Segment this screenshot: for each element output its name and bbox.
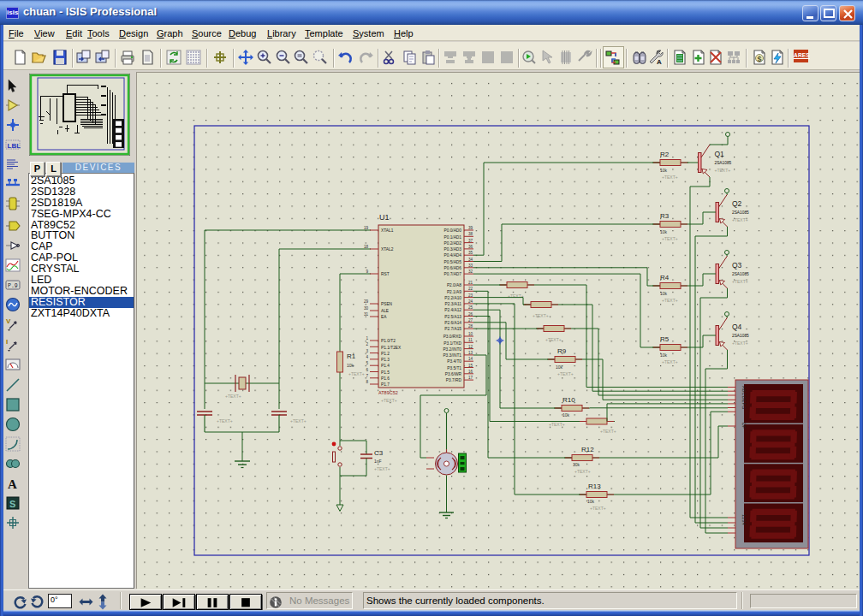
svg-text:+TEXT+: +TEXT+ bbox=[732, 279, 748, 284]
svg-text:P0.2/AD2: P0.2/AD2 bbox=[443, 241, 461, 246]
svg-text:+TEXT+: +TEXT+ bbox=[732, 217, 748, 222]
svg-text:P3.6/WR: P3.6/WR bbox=[445, 372, 462, 376]
svg-text:P1.0/T2: P1.0/T2 bbox=[381, 339, 396, 343]
svg-text:21: 21 bbox=[468, 281, 473, 285]
svg-text:14: 14 bbox=[468, 357, 473, 361]
svg-text:+TEXT+: +TEXT+ bbox=[533, 313, 549, 318]
svg-text:P3.3/INT1: P3.3/INT1 bbox=[443, 353, 461, 358]
svg-text:8: 8 bbox=[366, 380, 368, 384]
svg-text:R9: R9 bbox=[557, 347, 567, 355]
svg-text:+TEXT+: +TEXT+ bbox=[662, 298, 678, 303]
svg-text:26: 26 bbox=[468, 312, 473, 317]
svg-text:P2.7/A15: P2.7/A15 bbox=[444, 327, 461, 331]
svg-text:29: 29 bbox=[364, 299, 369, 304]
svg-text:P3.2/INT0: P3.2/INT0 bbox=[443, 347, 461, 352]
svg-text:1: 1 bbox=[366, 336, 368, 341]
svg-text:39: 39 bbox=[468, 226, 473, 230]
svg-text:37: 37 bbox=[468, 239, 473, 243]
svg-text:C3: C3 bbox=[374, 449, 384, 457]
svg-text:10k: 10k bbox=[660, 352, 668, 358]
svg-text:+TEXT+: +TEXT+ bbox=[381, 398, 397, 403]
svg-text:R13: R13 bbox=[588, 483, 601, 490]
svg-text:2SA1085: 2SA1085 bbox=[732, 272, 749, 276]
svg-text:22: 22 bbox=[468, 287, 473, 291]
svg-text:ABCDEFG: ABCDEFG bbox=[741, 386, 747, 410]
svg-text:R1: R1 bbox=[347, 352, 356, 360]
svg-text:P0.1/AD1: P0.1/AD1 bbox=[443, 235, 461, 240]
svg-text:10k: 10k bbox=[660, 229, 668, 234]
svg-text:2SA1085: 2SA1085 bbox=[732, 210, 749, 215]
svg-text:$: $ bbox=[758, 55, 762, 63]
svg-text:10k: 10k bbox=[347, 363, 354, 368]
svg-text:10k: 10k bbox=[587, 499, 595, 504]
svg-text:+TEXT+: +TEXT+ bbox=[545, 337, 562, 342]
svg-text:+TEXT+: +TEXT+ bbox=[574, 469, 591, 474]
svg-text:+TEXT+: +TEXT+ bbox=[217, 418, 233, 424]
svg-text:S: S bbox=[9, 499, 15, 509]
svg-text:R3: R3 bbox=[660, 212, 670, 220]
svg-text:P2.4/A12: P2.4/A12 bbox=[444, 308, 461, 312]
svg-text:5: 5 bbox=[366, 361, 368, 365]
svg-text:+TEXT+: +TEXT+ bbox=[348, 371, 365, 376]
svg-text:P0.7/AD7: P0.7/AD7 bbox=[443, 272, 461, 276]
svg-text:R2: R2 bbox=[660, 151, 670, 158]
svg-text:P.9: P.9 bbox=[8, 283, 18, 289]
svg-text:V: V bbox=[6, 317, 11, 325]
svg-text:Q3: Q3 bbox=[732, 261, 742, 270]
svg-text:11: 11 bbox=[468, 338, 473, 342]
svg-text:10k: 10k bbox=[660, 168, 668, 173]
svg-text:P0.6/AD6: P0.6/AD6 bbox=[443, 266, 461, 270]
svg-text:+TEXT+: +TEXT+ bbox=[557, 371, 574, 376]
svg-text:18: 18 bbox=[364, 245, 369, 249]
svg-text:AT89C52: AT89C52 bbox=[378, 390, 398, 395]
svg-text:XTAL2: XTAL2 bbox=[381, 247, 394, 252]
svg-text:P1.2: P1.2 bbox=[381, 352, 390, 356]
svg-text:P3.7/RD: P3.7/RD bbox=[446, 378, 462, 382]
svg-text:RST: RST bbox=[381, 272, 390, 276]
svg-text:17: 17 bbox=[468, 376, 473, 380]
svg-text:P0.4/AD4: P0.4/AD4 bbox=[443, 253, 461, 258]
svg-text:6: 6 bbox=[366, 368, 368, 372]
svg-text:10k: 10k bbox=[562, 412, 570, 418]
svg-text:16: 16 bbox=[468, 370, 473, 374]
svg-text:+TEXT+: +TEXT+ bbox=[662, 236, 678, 241]
svg-text:P2.5/A13: P2.5/A13 bbox=[444, 315, 461, 319]
svg-text:XTAL1: XTAL1 bbox=[381, 228, 394, 233]
svg-text:P2.6/A14: P2.6/A14 bbox=[444, 321, 461, 325]
svg-text:P2.3/A11: P2.3/A11 bbox=[445, 302, 462, 306]
svg-text:P1.4: P1.4 bbox=[381, 364, 390, 368]
svg-text:P3.4/T0: P3.4/T0 bbox=[447, 359, 461, 364]
svg-text:P2.2/A10: P2.2/A10 bbox=[444, 296, 461, 300]
svg-text:12: 12 bbox=[468, 345, 473, 349]
svg-text:EA: EA bbox=[381, 315, 387, 319]
svg-text:P1.6: P1.6 bbox=[381, 376, 390, 381]
svg-text:A: A bbox=[8, 477, 17, 491]
svg-text:P3.5/T1: P3.5/T1 bbox=[447, 366, 461, 370]
svg-text:33: 33 bbox=[468, 264, 473, 268]
svg-text:38: 38 bbox=[468, 232, 473, 236]
svg-text:25: 25 bbox=[468, 305, 473, 310]
svg-text:R12: R12 bbox=[581, 446, 594, 453]
svg-text:2SA1085: 2SA1085 bbox=[715, 161, 732, 165]
svg-text:P0.5/AD5: P0.5/AD5 bbox=[443, 260, 461, 264]
svg-text:10: 10 bbox=[468, 332, 473, 336]
svg-text:+TEXT+: +TEXT+ bbox=[549, 422, 565, 427]
svg-text:9: 9 bbox=[366, 270, 368, 274]
svg-text:10k: 10k bbox=[660, 291, 668, 296]
svg-text:P3.1/TXD: P3.1/TXD bbox=[443, 341, 461, 346]
svg-text:3: 3 bbox=[366, 349, 368, 353]
svg-text:30: 30 bbox=[364, 306, 369, 311]
svg-text:13: 13 bbox=[468, 351, 473, 355]
svg-text:10k: 10k bbox=[556, 364, 563, 370]
svg-text:P1.1/T2EX: P1.1/T2EX bbox=[381, 346, 402, 350]
svg-text:P0.0/AD0: P0.0/AD0 bbox=[443, 228, 461, 233]
svg-text:+TEXT+: +TEXT+ bbox=[225, 394, 241, 399]
svg-text:28: 28 bbox=[468, 324, 473, 329]
svg-text:Q1: Q1 bbox=[715, 150, 725, 158]
svg-text:34: 34 bbox=[468, 258, 473, 262]
svg-text:23: 23 bbox=[468, 293, 473, 298]
svg-text:P1.7: P1.7 bbox=[381, 382, 390, 387]
svg-text:I: I bbox=[6, 338, 8, 346]
svg-text:32: 32 bbox=[468, 270, 473, 274]
svg-text:2: 2 bbox=[366, 342, 368, 346]
